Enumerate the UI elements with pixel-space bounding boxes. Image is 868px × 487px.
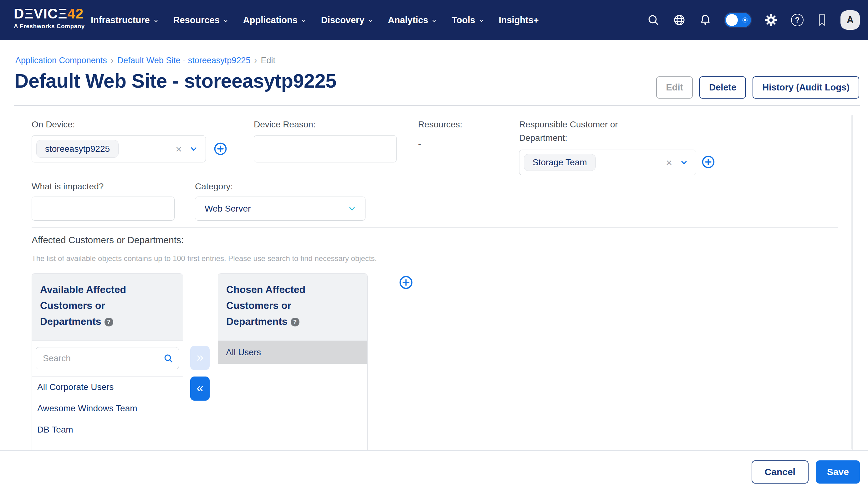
edit-button[interactable]: Edit — [656, 77, 693, 99]
available-search — [36, 347, 179, 369]
nav-label: Applications — [243, 15, 298, 25]
logo-text: DΞVICΞ — [14, 6, 67, 22]
chevron-down-icon — [301, 18, 307, 24]
user-avatar[interactable]: A — [840, 10, 860, 30]
clear-icon[interactable]: × — [666, 157, 672, 168]
on-device-select[interactable]: storeeasytp9225 × — [32, 135, 206, 162]
device-reason-label: Device Reason: — [254, 118, 316, 131]
logo-tagline: A Freshworks Company — [14, 23, 85, 30]
what-is-impacted-label: What is impacted? — [32, 180, 103, 193]
responsible-customer-label: Responsible Customer or Department: — [519, 118, 654, 145]
nav-applications[interactable]: Applications — [243, 15, 307, 25]
chevron-down-icon — [153, 18, 159, 24]
breadcrumb: Application Components › Default Web Sit… — [16, 56, 275, 65]
breadcrumb-component[interactable]: Default Web Site - storeeasytp9225 — [117, 56, 251, 65]
question-badge-icon[interactable]: ? — [104, 318, 113, 327]
clear-icon[interactable]: × — [176, 144, 182, 154]
sun-icon — [741, 16, 749, 24]
on-device-label: On Device: — [32, 118, 75, 131]
question-badge-icon[interactable]: ? — [291, 318, 300, 327]
nav-label: Insights+ — [499, 15, 539, 25]
section-divider — [32, 227, 838, 227]
list-item[interactable]: DB Team — [32, 419, 183, 440]
settings-gear-icon[interactable] — [764, 13, 778, 27]
add-affected-customer-button[interactable] — [399, 275, 413, 290]
vertical-scrollbar[interactable] — [851, 115, 853, 450]
breadcrumb-current: Edit — [261, 56, 275, 65]
globe-icon[interactable] — [673, 13, 686, 27]
navbar-actions: ? A — [647, 0, 860, 40]
nav-label: Discovery — [321, 15, 365, 25]
chosen-affected-panel: Chosen Affected Customers or Departments… — [218, 273, 368, 450]
available-panel-header: Available Affected Customers or Departme… — [32, 274, 183, 341]
available-items-list: All Corporate Users Awesome Windows Team… — [32, 376, 183, 440]
resources-value: - — [418, 138, 421, 149]
top-navbar: DΞVICΞ42 A Freshworks Company Infrastruc… — [0, 0, 868, 40]
history-audit-logs-button[interactable]: History (Audit Logs) — [752, 77, 859, 99]
chevron-down-icon[interactable] — [348, 204, 356, 213]
logo-42: 42 — [67, 6, 84, 22]
breadcrumb-separator: › — [254, 56, 257, 65]
available-panel-title: Available Affected Customers or Departme… — [40, 282, 159, 330]
nav-label: Infrastructure — [91, 15, 150, 25]
chevron-down-icon — [478, 18, 485, 24]
cancel-button[interactable]: Cancel — [752, 460, 809, 484]
nav-label: Analytics — [388, 15, 428, 25]
category-value: Web Server — [199, 204, 251, 214]
help-icon[interactable]: ? — [791, 14, 804, 26]
category-select[interactable]: Web Server — [195, 196, 366, 221]
theme-toggle[interactable] — [725, 13, 751, 27]
chevron-down-icon — [431, 18, 437, 24]
responsible-customer-select[interactable]: Storage Team × — [519, 150, 696, 175]
footer-actions: Cancel Save — [0, 451, 868, 487]
nav-label: Resources — [173, 15, 220, 25]
delete-button[interactable]: Delete — [699, 77, 746, 99]
search-icon[interactable] — [163, 353, 173, 365]
bookmark-icon[interactable] — [817, 13, 827, 27]
list-item[interactable]: All Corporate Users — [32, 376, 183, 398]
page-title: Default Web Site - storeeasytp9225 — [14, 69, 336, 92]
chevron-down-icon[interactable] — [680, 158, 688, 167]
affected-customers-helper-text: The list of available objects contains u… — [32, 254, 377, 263]
available-affected-panel: Available Affected Customers or Departme… — [32, 273, 183, 450]
add-device-button[interactable] — [214, 142, 227, 156]
nav-insights[interactable]: Insights+ — [499, 15, 539, 25]
chevron-down-icon — [368, 18, 374, 24]
list-item[interactable]: Awesome Windows Team — [32, 398, 183, 419]
what-is-impacted-input[interactable] — [32, 196, 175, 221]
device42-logo[interactable]: DΞVICΞ42 A Freshworks Company — [14, 6, 85, 30]
move-left-button[interactable]: « — [190, 376, 210, 401]
main-nav: Infrastructure Resources Applications Di… — [91, 0, 539, 40]
avatar-letter: A — [847, 14, 854, 26]
available-panel-title-text: Available Affected Customers or Departme… — [40, 284, 126, 327]
nav-analytics[interactable]: Analytics — [388, 15, 437, 25]
move-right-button[interactable]: » — [190, 346, 210, 370]
breadcrumb-separator: › — [111, 56, 114, 65]
affected-customers-heading: Affected Customers or Departments: — [32, 235, 184, 245]
chevron-down-icon — [223, 18, 229, 24]
on-device-tag: storeeasytp9225 — [36, 140, 119, 158]
add-responsible-customer-button[interactable] — [702, 155, 715, 169]
breadcrumb-app-components[interactable]: Application Components — [16, 56, 107, 65]
device-reason-input[interactable] — [254, 135, 397, 162]
resources-label: Resources: — [418, 118, 463, 131]
chosen-panel-header: Chosen Affected Customers or Departments… — [218, 274, 367, 341]
chevron-down-icon[interactable] — [189, 145, 198, 153]
logo-wordmark: DΞVICΞ42 — [14, 6, 85, 21]
nav-infrastructure[interactable]: Infrastructure — [91, 15, 159, 25]
search-icon[interactable] — [647, 14, 660, 26]
chosen-list-item-selected[interactable]: All Users — [218, 341, 367, 364]
nav-discovery[interactable]: Discovery — [321, 15, 374, 25]
help-glyph: ? — [795, 16, 800, 24]
category-label: Category: — [195, 180, 233, 193]
nav-tools[interactable]: Tools — [452, 15, 484, 25]
header-actions: Edit Delete History (Audit Logs) — [656, 77, 859, 99]
toggle-knob — [726, 14, 738, 26]
responsible-customer-tag: Storage Team — [524, 154, 596, 171]
nav-resources[interactable]: Resources — [173, 15, 229, 25]
notifications-bell-icon[interactable] — [699, 14, 712, 26]
available-search-input[interactable] — [36, 347, 179, 369]
save-button[interactable]: Save — [816, 460, 860, 484]
chosen-panel-title: Chosen Affected Customers or Departments… — [226, 282, 345, 330]
header-divider — [14, 105, 860, 106]
